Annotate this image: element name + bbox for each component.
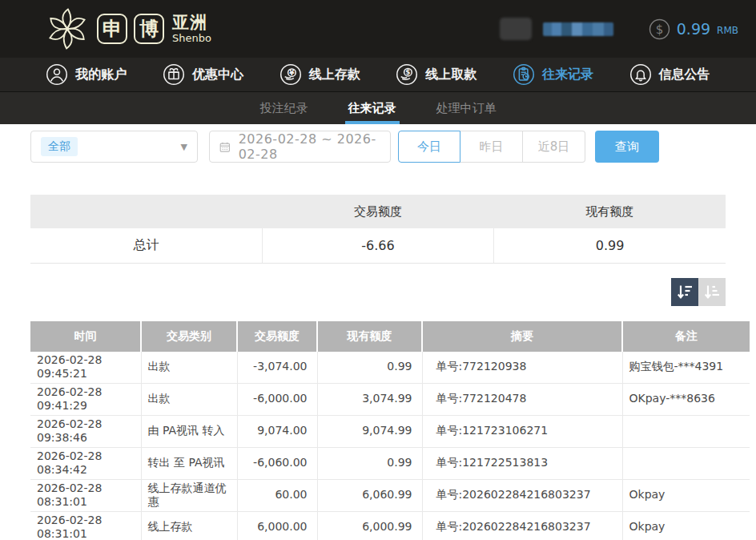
cell-summary: 单号:772120938 [422,352,622,384]
logo-char-bo: 博 [134,14,164,44]
nav-label: 我的账户 [75,66,127,83]
gift-icon [163,63,185,86]
nav-label: 信息公告 [659,66,710,83]
cell-type: 转出 至 PA视讯 [141,447,237,479]
nav-item-withdraw[interactable]: $ 线上取款 [396,63,477,86]
nav-item-my-account[interactable]: 我的账户 [46,63,127,86]
transactions-header: 时间 交易类别 交易额度 现有额度 摘要 备注 [30,321,750,352]
logo-region-en: Shenbo [172,33,211,43]
nav-label: 往来记录 [542,66,593,83]
flower-logo-icon [44,6,90,52]
summary-col-transaction-amount: 交易额度 [262,195,493,228]
summary-col-current-balance: 现有额度 [494,195,726,228]
sort-descending-button[interactable] [671,278,698,306]
col-summary: 摘要 [422,321,622,352]
chevron-down-icon: ▼ [181,142,187,152]
date-range-value: 2026-02-28 ~ 2026-02-28 [239,131,380,162]
col-current-balance: 现有额度 [317,321,422,352]
cell-balance: 6,000.99 [317,511,422,540]
balance-display[interactable]: $ 0.99 RMB [649,18,738,40]
summary-header: 交易额度 现有额度 [30,195,726,228]
withdraw-icon: $ [396,63,418,86]
nav-label: 线上取款 [425,66,477,83]
transactions-table: 时间 交易类别 交易额度 现有额度 摘要 备注 2026-02-28 09:45… [30,321,750,540]
balance-amount: 0.99 [677,20,710,38]
bell-icon [629,63,652,86]
dollar-coin-icon: $ [649,18,670,40]
quick-btn-last8days[interactable]: 近8日 [523,131,585,163]
nav-item-deposit[interactable]: ¥ 线上存款 [279,63,360,86]
col-time: 时间 [30,321,141,352]
records-icon [513,63,535,86]
summary-col-empty [30,195,262,228]
quick-btn-today[interactable]: 今日 [398,131,460,163]
svg-text:$: $ [655,22,663,37]
cell-balance: 9,074.99 [317,415,422,447]
col-transaction-type: 交易类别 [141,321,237,352]
category-select[interactable]: 全部 ▼ [30,131,198,163]
table-row: 2026-02-28 09:41:29 出款 -6,000.00 3,074.9… [30,383,750,415]
logo-char-shen: 申 [97,14,127,44]
selected-category-chip: 全部 [41,137,78,156]
table-row: 2026-02-28 08:31:01 线上存款 6,000.00 6,000.… [30,511,750,540]
cell-summary: 单号:121722513813 [422,447,622,479]
filter-bar: 全部 ▼ 2026-02-28 ~ 2026-02-28 今日 昨日 近8日 查… [30,131,726,163]
cell-summary: 单号:121723106271 [422,415,622,447]
main-nav: 我的账户 优惠中心 ¥ 线上存款 $ 线上取款 往来记录 [0,58,756,92]
balance-currency: RMB [717,25,738,36]
sort-ascending-button[interactable] [698,278,726,306]
cell-amount: -6,000.00 [237,383,317,415]
cell-summary: 单号:202602284216803237 [422,511,622,540]
cell-time: 2026-02-28 09:41:29 [30,383,141,415]
cell-balance: 0.99 [317,447,422,479]
search-button[interactable]: 查询 [595,131,659,163]
cell-amount: -3,074.00 [237,352,317,384]
nav-item-promotions[interactable]: 优惠中心 [163,63,243,86]
sub-nav: 投注纪录 往来记录 处理中订单 [0,92,756,124]
logo-region-cn: 亚洲 [172,14,211,31]
sort-controls [30,278,726,306]
cell-balance: 6,060.99 [317,479,422,511]
user-icon [46,63,68,86]
table-row: 2026-02-28 09:38:46 由 PA视讯 转入 9,074.00 9… [30,415,750,447]
cell-type: 出款 [141,383,237,415]
svg-text:$: $ [406,68,411,76]
tab-pending-orders[interactable]: 处理中订单 [435,92,498,124]
table-row: 2026-02-28 08:34:42 转出 至 PA视讯 -6,060.00 … [30,447,750,479]
user-avatar[interactable] [500,18,532,40]
cell-type: 由 PA视讯 转入 [141,415,237,447]
tab-betting-records[interactable]: 投注纪录 [259,92,310,124]
cell-remark: Okpay [622,511,750,540]
cell-time: 2026-02-28 08:34:42 [30,447,141,479]
summary-total-transaction: -6.66 [262,228,493,263]
cell-remark [622,415,750,447]
deposit-icon: ¥ [279,63,302,86]
cell-time: 2026-02-28 08:31:01 [30,479,141,511]
quick-range-group: 今日 昨日 近8日 [398,131,585,163]
cell-type: 线上存款通道优惠 [141,479,237,511]
cell-time: 2026-02-28 08:31:01 [30,511,141,540]
cell-remark: Okpay [622,479,750,511]
cell-amount: 9,074.00 [237,415,317,447]
date-range-input[interactable]: 2026-02-28 ~ 2026-02-28 [209,131,391,163]
summary-total-balance: 0.99 [494,228,726,263]
nav-item-announcements[interactable]: 信息公告 [629,63,710,86]
tab-transaction-records[interactable]: 往来记录 [347,92,398,124]
cell-amount: 6,000.00 [237,511,317,540]
nav-label: 优惠中心 [192,66,243,83]
cell-remark [622,447,750,479]
sort-ascending-icon [703,283,721,300]
content-area: 全部 ▼ 2026-02-28 ~ 2026-02-28 今日 昨日 近8日 查… [0,124,756,540]
cell-type: 出款 [141,352,237,384]
summary-table: 交易额度 现有额度 总计 -6.66 0.99 [30,195,726,264]
cell-balance: 0.99 [317,352,422,384]
quick-btn-yesterday[interactable]: 昨日 [460,131,523,163]
brand-logo[interactable]: 申 博 亚洲 Shenbo [44,6,211,52]
username-redacted [543,22,613,36]
sort-descending-icon [676,283,694,300]
cell-amount: -6,060.00 [237,447,317,479]
nav-item-transaction-records[interactable]: 往来记录 [513,63,593,86]
calendar-icon [219,140,231,154]
cell-amount: 60.00 [237,479,317,511]
summary-total-label: 总计 [30,228,262,263]
